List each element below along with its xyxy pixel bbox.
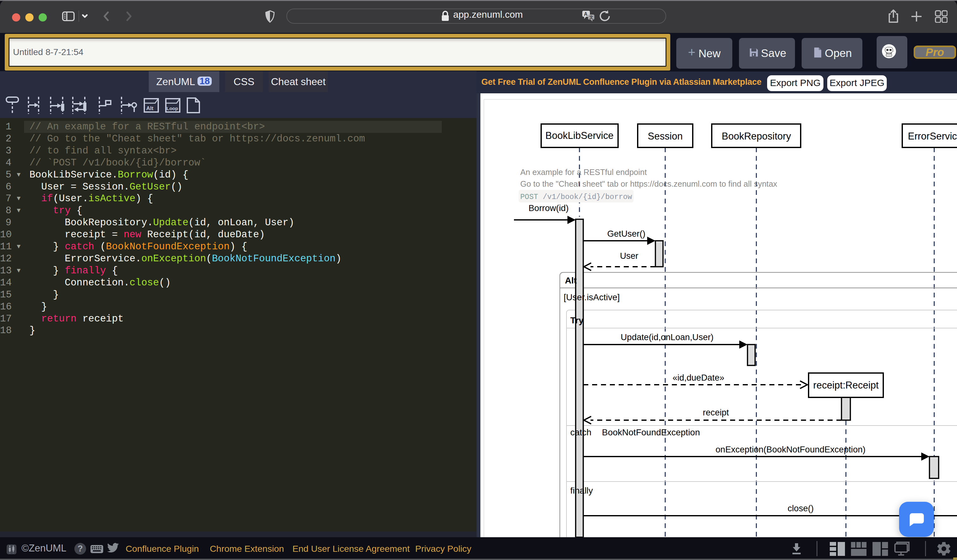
svg-text:POST: POST <box>520 193 538 201</box>
svg-text:GetUser(): GetUser() <box>607 229 646 238</box>
svg-text:onException(BookNotFoundExcept: onException(BookNotFoundException) <box>715 445 865 454</box>
svg-text:Alt: Alt <box>146 106 153 111</box>
svg-text:文: 文 <box>589 15 593 20</box>
svg-text:Alt: Alt <box>565 276 576 286</box>
svg-text:finally: finally <box>570 486 593 495</box>
svg-text:A: A <box>584 11 588 17</box>
svg-text:Try: Try <box>570 315 584 325</box>
svg-text:BookLibService: BookLibService <box>545 130 613 141</box>
svg-text:«id,dueDate»: «id,dueDate» <box>673 373 725 383</box>
svg-text:An example for a RESTful endpo: An example for a RESTful endpoint <box>520 168 647 177</box>
svg-text:catch: catch <box>570 427 592 437</box>
svg-text:BookNotFoundException: BookNotFoundException <box>602 427 700 437</box>
svg-text:e: e <box>884 46 884 49</box>
svg-text:receipt:Receipt: receipt:Receipt <box>813 380 879 391</box>
svg-text:[User.isActive]: [User.isActive] <box>564 292 620 302</box>
svg-text:ErrorService: ErrorService <box>908 131 957 142</box>
svg-text:Update(id,onLoan,User): Update(id,onLoan,User) <box>621 332 714 342</box>
svg-text:User: User <box>620 251 638 261</box>
svg-text:Session: Session <box>648 131 683 142</box>
svg-text:receipt: receipt <box>703 407 729 417</box>
svg-text:close(): close() <box>788 503 814 513</box>
svg-text:Loop: Loop <box>166 106 178 111</box>
svg-text:Go to the "Cheat sheet" tab or: Go to the "Cheat sheet" tab or https://d… <box>520 179 777 188</box>
svg-text:z: z <box>893 50 894 52</box>
svg-text:/v1/book/{id}/borrow: /v1/book/{id}/borrow <box>543 193 632 201</box>
svg-text:Borrow(id): Borrow(id) <box>529 203 569 213</box>
svg-text:BookRepository: BookRepository <box>722 131 791 142</box>
